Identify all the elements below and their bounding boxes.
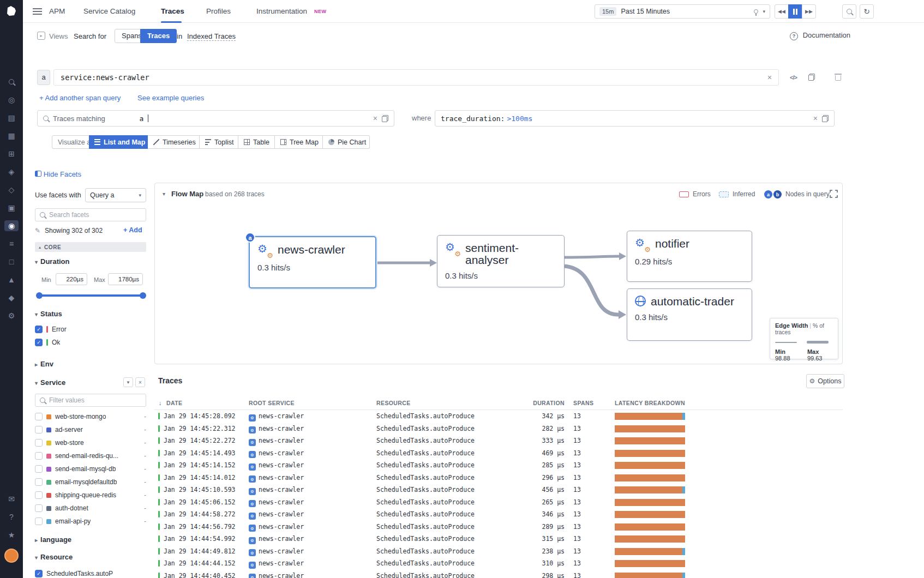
checkbox[interactable]	[35, 439, 43, 447]
chat-icon[interactable]: ✉	[4, 493, 19, 504]
service-facet-web-store-mongo[interactable]: web-store-mongo-	[35, 410, 146, 423]
traces-matching-input[interactable]: Traces matching a ×	[37, 110, 394, 127]
service-facet-email-api-py[interactable]: email-api-py-	[35, 515, 146, 528]
add-facet-button[interactable]: + Add	[123, 226, 142, 234]
service-facet-send-email-redis-qu[interactable]: send-email-redis-qu...-	[35, 449, 146, 462]
table-row[interactable]: Jan 29 14:44:40.452⚙news-crawlerSchedule…	[154, 570, 843, 578]
col-latency-breakdown[interactable]: LATENCY BREAKDOWN	[615, 397, 685, 409]
col-duration[interactable]: DURATION	[499, 397, 565, 409]
checkbox[interactable]	[35, 465, 43, 473]
search-facets-input[interactable]: Search facets	[35, 208, 146, 221]
copy-query-icon[interactable]	[808, 74, 815, 81]
service-filter-input[interactable]: Filter values	[35, 394, 146, 407]
clear-query-icon[interactable]: ×	[767, 74, 772, 81]
checkbox[interactable]	[35, 504, 43, 512]
service-clear-icon[interactable]: ×	[135, 377, 145, 387]
monitors-icon[interactable]: ◈	[4, 166, 19, 177]
facet-query-select[interactable]: Query a ▾	[85, 188, 146, 202]
synthetics-icon[interactable]: ◇	[4, 184, 19, 195]
logs-icon[interactable]: ▤	[4, 112, 19, 123]
profiling-icon[interactable]: ≡	[4, 238, 19, 249]
resource-facet[interactable]: ✓ScheduledTasks.autoP	[35, 567, 146, 578]
pin-icon[interactable]	[754, 9, 758, 14]
infrastructure-icon[interactable]: ⊞	[4, 148, 19, 159]
core-section-header[interactable]: ▴ CORE	[35, 242, 146, 252]
visualize-option-pie-chart[interactable]: Pie Chart	[323, 135, 370, 149]
service-facet-send-email-mysql-db[interactable]: send-email-mysql-db-	[35, 462, 146, 475]
views-button[interactable]: Views	[49, 32, 68, 40]
nav-item-profiles[interactable]: Profiles	[206, 0, 231, 23]
table-row[interactable]: Jan 29 14:45:14.012⚙news-crawlerSchedule…	[154, 472, 843, 484]
col-root-service[interactable]: ROOT SERVICE	[249, 397, 295, 409]
duration-slider-track[interactable]	[39, 294, 143, 297]
status-option-error[interactable]: ✓Error	[35, 323, 146, 336]
sort-desc-icon[interactable]: ↓	[159, 397, 162, 409]
settings-icon[interactable]: ⚙	[4, 310, 19, 321]
flow-node-notifier[interactable]: ⚙⚙ notifier 0.29 hits/s	[627, 231, 752, 282]
facet-duration-header[interactable]: ▾Duration	[35, 257, 69, 266]
checkbox[interactable]: ✓	[35, 326, 43, 333]
checkbox[interactable]	[35, 452, 43, 460]
checkbox[interactable]	[35, 426, 43, 434]
checkbox[interactable]: ✓	[35, 570, 43, 577]
apm-icon[interactable]: ◉	[4, 220, 19, 231]
time-forward-button[interactable]: ▶▶	[802, 4, 816, 19]
user-avatar[interactable]	[4, 549, 19, 563]
table-row[interactable]: Jan 29 14:45:28.092⚙news-crawlerSchedule…	[154, 410, 843, 423]
traces-toggle[interactable]: Traces	[140, 29, 177, 43]
error-tracking-icon[interactable]: ◆	[4, 292, 19, 303]
time-backward-button[interactable]: ◀◀	[775, 4, 789, 19]
facet-language-header[interactable]: ▸language	[35, 535, 71, 544]
facet-resource-header[interactable]: ▾Resource	[35, 553, 73, 561]
copy-where-icon[interactable]	[822, 115, 829, 122]
col-spans[interactable]: SPANS	[573, 397, 593, 409]
add-span-query-link[interactable]: + Add another span query	[39, 94, 121, 102]
indexed-traces-link[interactable]: Indexed Traces	[187, 32, 236, 41]
facet-service-header[interactable]: ▾Service	[35, 378, 65, 387]
notebooks-icon[interactable]: □	[4, 256, 19, 267]
pause-button[interactable]	[788, 4, 802, 19]
search-icon[interactable]	[4, 76, 19, 87]
table-row[interactable]: Jan 29 14:44:49.812⚙news-crawlerSchedule…	[154, 545, 843, 558]
see-example-queries-link[interactable]: See example queries	[137, 94, 204, 102]
zoom-out-button[interactable]	[842, 4, 856, 19]
checkbox[interactable]	[35, 517, 43, 525]
metrics-icon[interactable]: ▦	[4, 130, 19, 141]
duration-slider-min-handle[interactable]	[36, 292, 43, 299]
watchdog-icon[interactable]: ◎	[4, 94, 19, 105]
checkbox[interactable]	[35, 413, 43, 420]
flow-node-news-crawler[interactable]: a ⚙⚙ news-crawler 0.3 hits/s	[249, 236, 376, 288]
clear-where-icon[interactable]: ×	[813, 115, 818, 122]
checkbox[interactable]	[35, 491, 43, 499]
visualize-option-table[interactable]: Table	[238, 135, 275, 149]
table-row[interactable]: Jan 29 14:45:22.312⚙news-crawlerSchedule…	[154, 423, 843, 435]
nav-item-service-catalog[interactable]: Service Catalog	[83, 0, 135, 23]
service-facet-auth-dotnet[interactable]: auth-dotnet-	[35, 502, 146, 515]
documentation-link[interactable]: ? Documentation	[790, 31, 850, 40]
help-icon[interactable]: ?	[4, 511, 19, 522]
edit-facets-icon[interactable]: ✎	[35, 227, 40, 234]
table-row[interactable]: Jan 29 14:45:14.152⚙news-crawlerSchedule…	[154, 459, 843, 472]
table-row[interactable]: Jan 29 14:45:14.493⚙news-crawlerSchedule…	[154, 447, 843, 460]
nav-item-traces[interactable]: Traces	[161, 0, 184, 23]
nav-item-apm[interactable]: APM	[49, 0, 65, 23]
checkbox[interactable]: ✓	[35, 339, 43, 346]
security-icon[interactable]: ▲	[4, 274, 19, 285]
table-row[interactable]: Jan 29 14:45:22.272⚙news-crawlerSchedule…	[154, 435, 843, 447]
hide-facets-link[interactable]: Hide Facets	[35, 170, 81, 178]
facet-status-header[interactable]: ▾Status	[35, 310, 62, 318]
datadog-logo[interactable]	[0, 0, 23, 22]
service-facet-email-mysqldefaultdb[interactable]: email-mysqldefaultdb-	[35, 475, 146, 489]
duration-max-input[interactable]: 1780µs	[108, 273, 143, 285]
clear-matching-icon[interactable]: ×	[373, 115, 377, 122]
table-row[interactable]: Jan 29 14:45:10.593⚙news-crawlerSchedule…	[154, 484, 843, 496]
facet-env-header[interactable]: ▸Env	[35, 360, 53, 368]
delete-query-icon[interactable]	[835, 74, 841, 81]
service-filter-icon[interactable]: ▼	[123, 377, 133, 387]
visualize-option-toplist[interactable]: Toplist	[200, 135, 238, 149]
table-row[interactable]: Jan 29 14:44:44.152⚙news-crawlerSchedule…	[154, 557, 843, 570]
nav-menu-icon[interactable]	[33, 8, 42, 15]
refresh-button[interactable]: ↻	[860, 4, 874, 19]
col-date[interactable]: DATE	[166, 397, 182, 409]
whats-new-icon[interactable]: ★	[4, 529, 19, 540]
